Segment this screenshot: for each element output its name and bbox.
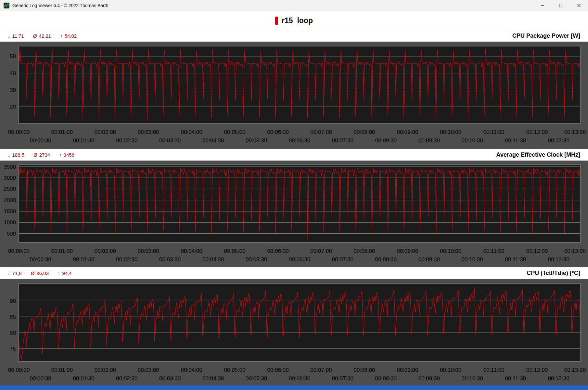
x-tick-label: 00:02:00 <box>95 248 116 254</box>
y-tick-label: 50 <box>10 53 16 59</box>
max-arrow-icon: ↑ <box>59 152 62 158</box>
chart-stats: ↓11,71 Ø42,21 ↑54,02 <box>8 33 77 39</box>
x-tick-label: 00:02:30 <box>116 375 137 382</box>
maximize-button[interactable] <box>552 0 570 11</box>
x-tick-label: 00:10:00 <box>440 248 461 254</box>
y-tick-label: 1500 <box>4 208 16 214</box>
x-tick-label: 00:13:00 <box>564 129 586 135</box>
x-tick-label: 00:03:30 <box>159 375 181 382</box>
plot-area[interactable] <box>19 283 580 361</box>
x-tick-label: 00:01:30 <box>73 256 94 263</box>
chart-title-clock: Average Effective Clock [MHz] <box>496 151 580 158</box>
x-tick-label: 00:01:00 <box>51 367 73 373</box>
x-tick-label: 00:07:00 <box>310 248 332 254</box>
x-tick-label: 00:04:00 <box>181 367 202 373</box>
x-tick-label: 00:00:30 <box>30 375 51 382</box>
y-tick-label: 75 <box>10 346 16 352</box>
y-tick-label: 1000 <box>4 219 16 226</box>
x-tick-label: 00:09:30 <box>418 256 440 263</box>
x-tick-label: 00:06:00 <box>267 367 288 373</box>
x-tick-label: 00:13:00 <box>564 367 586 373</box>
x-tick-label: 00:07:30 <box>332 256 353 263</box>
window-title: Generic Log Viewer 6.4 - © 2022 Thomas B… <box>12 3 108 8</box>
x-tick-label: 00:02:00 <box>95 367 116 373</box>
app-icon <box>3 2 10 9</box>
close-icon <box>577 4 581 7</box>
max-arrow-icon: ↑ <box>60 33 63 39</box>
x-tick-label: 00:02:00 <box>95 129 116 135</box>
maximize-icon <box>559 4 563 7</box>
log-header: r15_loop <box>0 11 588 30</box>
chart-cpu-temperature[interactable]: 7580859000:00:0000:01:0000:02:0000:03:00… <box>0 279 588 385</box>
y-tick-label: 80 <box>10 330 16 336</box>
x-tick-label: 00:06:30 <box>289 256 310 263</box>
x-tick-label: 00:04:00 <box>181 248 202 254</box>
x-tick-label: 00:11:30 <box>505 137 526 144</box>
x-tick-label: 00:01:30 <box>73 375 94 382</box>
x-tick-label: 00:01:00 <box>51 129 73 135</box>
x-tick-label: 00:05:30 <box>246 137 267 144</box>
min-stat: ↓71,8 <box>8 270 22 276</box>
avg-icon: Ø <box>33 33 37 39</box>
x-tick-label: 00:10:30 <box>462 137 483 144</box>
x-tick-label: 00:03:00 <box>138 367 159 373</box>
x-tick-label: 00:09:00 <box>397 367 418 373</box>
y-tick-label: 2500 <box>4 186 16 192</box>
x-tick-label: 00:08:30 <box>375 375 397 382</box>
min-stat: ↓11,71 <box>8 33 24 39</box>
x-tick-label: 00:12:30 <box>548 256 569 263</box>
y-tick-label: 30 <box>10 87 16 93</box>
x-tick-label: 00:00:00 <box>8 129 30 135</box>
x-tick-label: 00:06:00 <box>267 129 288 135</box>
avg-stat: Ø86,03 <box>31 270 49 276</box>
plot-area[interactable] <box>19 46 580 124</box>
x-tick-label: 00:00:30 <box>30 137 51 144</box>
chart-stats: ↓188,5 Ø2734 ↑3456 <box>8 152 74 158</box>
chart-cpu-package-power[interactable]: 2030405000:00:0000:01:0000:02:0000:03:00… <box>0 42 588 149</box>
stats-band-power: ↓11,71 Ø42,21 ↑54,02 CPU Package Power [… <box>0 30 588 42</box>
x-tick-label: 00:04:30 <box>202 375 224 382</box>
x-tick-label: 00:05:00 <box>224 129 246 135</box>
y-tick-label: 3000 <box>4 175 16 181</box>
log-title: r15_loop <box>282 16 313 25</box>
x-tick-label: 00:12:00 <box>526 248 548 254</box>
chart-average-effective-clock[interactable]: 50010001500200025003000350000:00:0000:01… <box>0 161 588 267</box>
min-arrow-icon: ↓ <box>8 33 10 39</box>
x-tick-label: 00:03:30 <box>159 256 181 263</box>
log-marker-icon <box>275 17 278 25</box>
x-tick-label: 00:06:30 <box>289 375 310 382</box>
x-tick-label: 00:02:30 <box>116 256 137 263</box>
x-tick-label: 00:10:00 <box>440 129 461 135</box>
x-tick-label: 00:03:00 <box>138 248 159 254</box>
x-tick-label: 00:04:00 <box>181 129 202 135</box>
x-tick-label: 00:10:00 <box>440 367 461 373</box>
x-tick-label: 00:04:30 <box>202 256 224 263</box>
x-tick-label: 00:11:00 <box>483 367 505 373</box>
x-tick-label: 00:11:30 <box>505 256 526 263</box>
chart-title-temp: CPU (Tctl/Tdie) [°C] <box>527 270 580 277</box>
status-bar <box>0 385 588 390</box>
x-tick-label: 00:03:30 <box>159 137 181 144</box>
y-tick-label: 3500 <box>4 164 16 170</box>
window-controls <box>533 0 588 11</box>
minimize-button[interactable] <box>533 0 552 11</box>
min-arrow-icon: ↓ <box>8 270 10 276</box>
y-tick-label: 85 <box>10 314 16 320</box>
x-tick-label: 00:12:00 <box>526 129 548 135</box>
x-tick-label: 00:07:30 <box>332 375 353 382</box>
minimize-icon <box>541 4 544 7</box>
stats-band-temp: ↓71,8 Ø86,03 ↑94,4 CPU (Tctl/Tdie) [°C] <box>0 267 588 279</box>
max-arrow-icon: ↑ <box>58 270 60 276</box>
x-tick-label: 00:08:00 <box>353 129 375 135</box>
avg-icon: Ø <box>33 152 37 158</box>
max-stat: ↑3456 <box>59 152 74 158</box>
min-arrow-icon: ↓ <box>8 152 10 158</box>
x-tick-label: 00:05:00 <box>224 367 246 373</box>
avg-stat: Ø42,21 <box>33 33 51 39</box>
x-tick-label: 00:11:00 <box>483 248 505 254</box>
x-tick-label: 00:00:30 <box>30 256 51 263</box>
close-button[interactable] <box>570 0 588 11</box>
chart-stats: ↓71,8 Ø86,03 ↑94,4 <box>8 270 72 276</box>
x-tick-label: 00:12:00 <box>526 367 548 373</box>
x-tick-label: 00:08:00 <box>353 248 375 254</box>
